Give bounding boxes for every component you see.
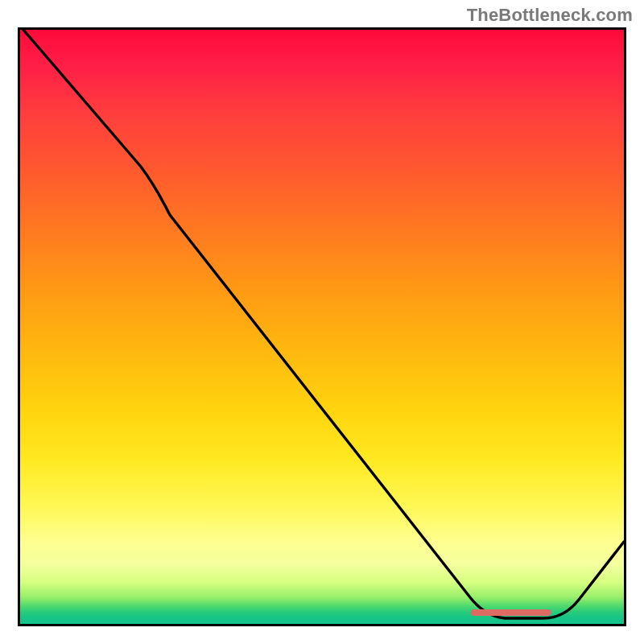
bottleneck-curve bbox=[20, 30, 624, 624]
plot-frame bbox=[18, 27, 626, 626]
watermark-text: TheBottleneck.com bbox=[467, 5, 633, 26]
chart-stage: TheBottleneck.com bbox=[0, 0, 644, 644]
optimal-marker bbox=[471, 609, 551, 616]
plot-inner bbox=[20, 30, 624, 624]
